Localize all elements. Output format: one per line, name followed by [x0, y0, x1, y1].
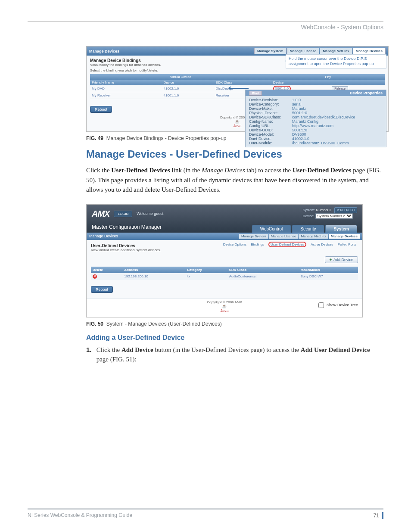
section-subtext: View/Modify the bindings for attached de…: [90, 63, 161, 67]
tab-manage-license[interactable]: Manage License: [269, 234, 299, 239]
amx-logo: AMX: [92, 209, 109, 219]
col-friendly: Friendly Name: [90, 80, 162, 85]
tab-manage-system[interactable]: Manage System: [254, 48, 286, 54]
body-paragraph: Click the User-Defined Devices link (in …: [86, 165, 383, 195]
figure-50-caption: FIG. 50 System - Manage Devices (User-De…: [86, 321, 383, 327]
login-button[interactable]: LOGIN: [114, 211, 132, 217]
col-device: Device: [162, 80, 214, 85]
bind-button[interactable]: Bind: [249, 91, 262, 96]
figure-49: Manage Devices Manage System Manage Lice…: [86, 46, 389, 132]
tab-system[interactable]: System: [325, 225, 357, 233]
section-heading: Manage Device Bindings: [90, 58, 161, 63]
system-label: System:: [303, 208, 315, 212]
device-select[interactable]: System Number 2: [315, 213, 353, 219]
hint-text: Select the binding you wish to modify/de…: [90, 68, 385, 72]
callout-arrow: [229, 88, 249, 89]
col-delete: Delete: [91, 267, 122, 273]
copyright: Copyright © 2006 AMX: [207, 300, 242, 304]
subsection-heading: Adding a User-Defined Device: [86, 334, 383, 342]
show-device-tree[interactable]: Show Device Tree: [317, 301, 358, 309]
system-value: Number 2: [316, 208, 331, 212]
tab-manage-netlinx[interactable]: Manage NetLinx: [299, 234, 328, 239]
tab-manage-license[interactable]: Manage License: [287, 48, 320, 54]
page-header: WebConsole - System Options: [28, 24, 383, 31]
device-label: Device:: [303, 214, 314, 218]
page-number: 71: [371, 512, 383, 519]
plus-icon: +: [330, 258, 332, 262]
subtab-bindings[interactable]: Bindings: [251, 243, 264, 246]
add-device-button[interactable]: +Add Device: [325, 256, 358, 263]
figure-50: AMX LOGIN Welcome guest System: Number 2…: [86, 204, 363, 317]
section-subtext: View and/or create additional system dev…: [91, 248, 161, 252]
tab-manage-devices[interactable]: Manage Devices: [329, 234, 360, 239]
subtab-device-options[interactable]: Device Options: [223, 243, 246, 246]
col-sdk: SDK Class: [214, 80, 271, 85]
th-physical: Phy: [271, 74, 385, 80]
popup-title: Device Properties: [350, 91, 383, 95]
java-icon: ☕Java: [220, 304, 228, 313]
device-properties-popup: Bind Device Properties Device-Revision:1…: [245, 90, 386, 147]
tab-manage-devices[interactable]: Manage Devices: [353, 48, 386, 54]
col-category: Category: [185, 267, 227, 273]
step-1: 1. Click the Add Device button (in the U…: [86, 345, 383, 364]
col-phys-device: Device: [271, 80, 330, 85]
tab-webcontrol[interactable]: WebControl: [252, 225, 291, 233]
tab-manage-system[interactable]: Manage System: [239, 234, 268, 239]
section-heading: Manage Devices - User-Defined Devices: [86, 148, 383, 160]
table-row: ✕ 192.168.200.10 ip AudioConferencer Son…: [91, 273, 358, 280]
panel-title: Manage Devices: [89, 234, 118, 238]
subtab-user-defined[interactable]: User-Defined Devices: [268, 242, 306, 247]
reboot-button[interactable]: Reboot: [90, 106, 112, 113]
footer-guide: NI Series WebConsole & Programming Guide: [28, 512, 132, 519]
refresh-button[interactable]: ⟳ REFRESH: [334, 207, 357, 213]
delete-icon[interactable]: ✕: [93, 274, 97, 279]
col-make: Make/Model: [299, 267, 358, 273]
col-sdk: SDK Class: [227, 267, 299, 273]
tab-manage-netlinx[interactable]: Manage NetLinx: [320, 48, 352, 54]
col-address: Address: [122, 267, 185, 273]
th-virtual: Virtual Device: [90, 74, 271, 80]
subtab-active-devices[interactable]: Active Devices: [311, 243, 333, 246]
tab-security[interactable]: Security: [292, 225, 324, 233]
java-icon: ☕Java: [233, 119, 241, 128]
panel-title: Manage Devices: [89, 49, 119, 53]
top-tabs: Manage System Manage License Manage NetL…: [254, 48, 386, 54]
callout-box: Hold the mouse cursor over the Device D:…: [286, 54, 386, 68]
section-heading: User-Defined Devices: [91, 243, 161, 248]
welcome-text: Welcome guest: [137, 212, 163, 216]
reboot-button[interactable]: Reboot: [91, 286, 113, 293]
subtab-polled-ports[interactable]: Polled Ports: [338, 243, 356, 246]
show-tree-checkbox[interactable]: [318, 302, 324, 308]
page-footer: NI Series WebConsole & Programming Guide…: [28, 508, 383, 519]
